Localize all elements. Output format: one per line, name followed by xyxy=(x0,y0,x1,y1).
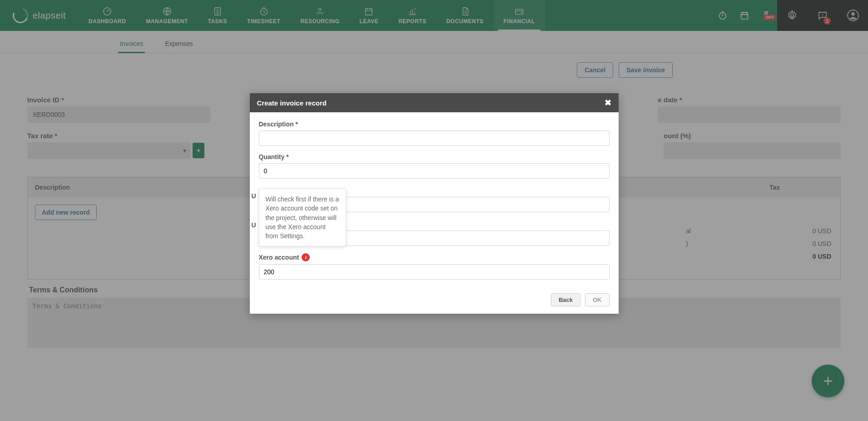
xero-account-input[interactable] xyxy=(259,264,610,280)
description-label: Description * xyxy=(259,120,610,128)
create-invoice-record-modal: Create invoice record ✖ Description * Qu… xyxy=(250,93,619,314)
u1-label-partial: U xyxy=(252,192,256,200)
modal-close-button[interactable]: ✖ xyxy=(605,98,611,108)
modal-header: Create invoice record ✖ xyxy=(250,93,619,112)
back-button[interactable]: Back xyxy=(551,293,580,306)
xero-tooltip: Will check first if there is a Xero acco… xyxy=(259,189,346,246)
quantity-input[interactable] xyxy=(259,163,610,179)
modal-footer: Back OK xyxy=(250,293,619,314)
field-description: Description * xyxy=(259,120,610,146)
ok-button[interactable]: OK xyxy=(585,293,610,306)
modal-title: Create invoice record xyxy=(257,99,327,107)
field-xero-account: Xero account i xyxy=(259,253,610,280)
xero-account-label: Xero account i xyxy=(259,253,610,261)
field-quantity: Quantity * xyxy=(259,153,610,179)
u2-label-partial: U xyxy=(252,221,256,229)
description-input[interactable] xyxy=(259,130,610,146)
quantity-label: Quantity * xyxy=(259,153,610,160)
info-icon[interactable]: i xyxy=(302,253,310,261)
modal-overlay[interactable]: Create invoice record ✖ Description * Qu… xyxy=(0,0,868,421)
modal-body: Description * Quantity * Xero account i xyxy=(250,112,619,293)
